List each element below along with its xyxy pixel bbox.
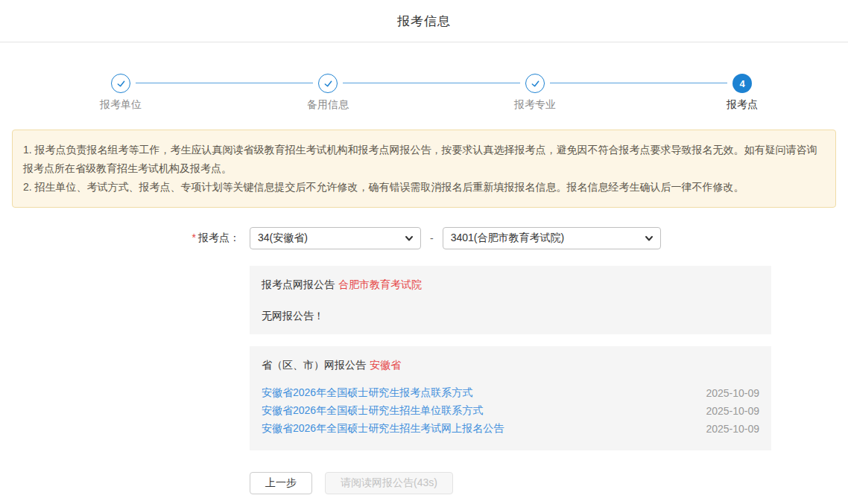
province-select-value: 34(安徽省) [258, 232, 308, 245]
step-done-circle [111, 74, 130, 93]
province-notice-province-name: 安徽省 [370, 359, 401, 371]
notice-date: 2025-10-09 [706, 405, 759, 417]
notice-link[interactable]: 安徽省2026年全国硕士研究生报考点联系方式 [262, 386, 472, 400]
step-label: 备用信息 [276, 98, 380, 112]
application-info-page: 报考信息 报考单位 备用信息 报考专业 4 报考点 [0, 0, 848, 494]
notice-link[interactable]: 安徽省2026年全国硕士研究生招生考试网上报名公告 [262, 422, 504, 436]
step-label: 报考点 [690, 98, 794, 112]
site-notice-empty-text: 无网报公告！ [262, 308, 759, 323]
notice-link[interactable]: 安徽省2026年全国硕士研究生招生单位联系方式 [262, 404, 483, 418]
notice-date: 2025-10-09 [706, 387, 759, 399]
province-notice-panel: 省（区、市）网报公告安徽省 安徽省2026年全国硕士研究生报考点联系方式 202… [250, 346, 771, 450]
step-done-circle [318, 74, 338, 93]
step-admission-unit: 报考单位 [69, 74, 173, 112]
notice-list-item: 安徽省2026年全国硕士研究生报考点联系方式 2025-10-09 [262, 384, 759, 402]
step-exam-site: 4 报考点 [690, 74, 794, 112]
notice-list-item: 安徽省2026年全国硕士研究生招生单位联系方式 2025-10-09 [262, 402, 759, 420]
exam-site-label: *报考点： [0, 232, 250, 245]
exam-site-form-row: *报考点： 34(安徽省) - 3401(合肥市教育考试院) [0, 227, 848, 249]
step-backup-info: 备用信息 [276, 74, 380, 112]
select-separator: - [430, 232, 434, 244]
site-notice-title: 报考点网报公告 [262, 278, 335, 290]
chevron-down-icon [645, 234, 654, 243]
previous-step-button[interactable]: 上一步 [250, 472, 312, 494]
chevron-down-icon [405, 234, 414, 243]
notice-line: 1. 报考点负责报名组考等工作，考生应认真阅读省级教育招生考试机构和报考点网报公… [23, 141, 825, 178]
required-asterisk: * [192, 232, 196, 243]
province-notice-header: 省（区、市）网报公告安徽省 [262, 357, 759, 372]
province-select[interactable]: 34(安徽省) [250, 227, 421, 249]
notice-line: 2. 招生单位、考试方式、报考点、专项计划等关键信息提交后不允许修改，确有错误需… [23, 178, 825, 197]
notice-date: 2025-10-09 [706, 423, 759, 435]
province-notice-title: 省（区、市）网报公告 [262, 359, 366, 371]
exam-site-select[interactable]: 3401(合肥市教育考试院) [443, 227, 661, 249]
action-buttons: 上一步 请阅读网报公告(43s) [250, 472, 848, 494]
page-header: 报考信息 [0, 0, 848, 42]
notice-list-item: 安徽省2026年全国硕士研究生招生考试网上报名公告 2025-10-09 [262, 420, 759, 438]
progress-stepper: 报考单位 备用信息 报考专业 4 报考点 [0, 74, 848, 111]
page-title: 报考信息 [397, 13, 451, 30]
read-notice-countdown-button[interactable]: 请阅读网报公告(43s) [325, 472, 453, 494]
site-notice-panel: 报考点网报公告合肥市教育考试院 无网报公告！ [250, 266, 771, 334]
check-icon [116, 79, 126, 89]
check-icon [531, 79, 540, 89]
notice-box: 1. 报考点负责报名组考等工作，考生应认真阅读省级教育招生考试机构和报考点网报公… [12, 130, 836, 208]
step-label: 报考专业 [483, 98, 587, 112]
step-major: 报考专业 [483, 74, 587, 112]
province-notice-list: 安徽省2026年全国硕士研究生报考点联系方式 2025-10-09 安徽省202… [262, 384, 759, 438]
step-number-circle: 4 [732, 74, 752, 93]
step-label: 报考单位 [69, 98, 173, 112]
step-done-circle [525, 74, 545, 93]
exam-site-select-value: 3401(合肥市教育考试院) [451, 232, 564, 245]
site-notice-header: 报考点网报公告合肥市教育考试院 [262, 277, 759, 292]
check-icon [323, 79, 333, 89]
field-label-text: 报考点： [198, 232, 240, 243]
site-notice-site-name: 合肥市教育考试院 [338, 278, 422, 290]
